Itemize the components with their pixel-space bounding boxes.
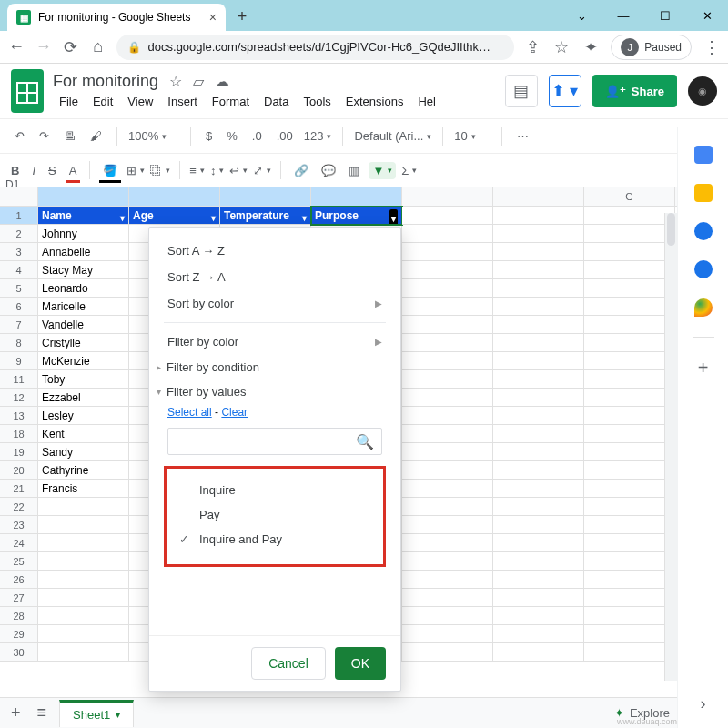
share-button[interactable]: 👤⁺ Share — [592, 75, 677, 107]
comments-button[interactable]: ▤ — [505, 75, 538, 107]
contacts-icon[interactable] — [694, 260, 713, 278]
move-icon[interactable]: ▱ — [193, 73, 204, 90]
menu-data[interactable]: Data — [258, 93, 295, 110]
sort-za-item[interactable]: Sort Z → A — [149, 264, 400, 290]
col-header[interactable] — [129, 187, 220, 206]
col-header[interactable] — [220, 187, 311, 206]
print-button[interactable]: 🖶 — [60, 126, 79, 147]
increase-decimal-button[interactable]: .00 — [273, 126, 297, 147]
col-header[interactable] — [38, 187, 129, 206]
more-formats-button[interactable]: 123 — [304, 129, 332, 143]
sheet-tab[interactable]: Sheet1 ▾ — [59, 700, 134, 727]
share-url-icon[interactable]: ⇪ — [523, 38, 541, 56]
add-sheet-button[interactable]: + — [7, 703, 25, 723]
paint-format-button[interactable]: 🖌 — [86, 126, 106, 147]
text-color-button[interactable]: A — [66, 160, 81, 181]
empty-cell[interactable] — [402, 207, 493, 225]
filter-search-input[interactable] — [176, 435, 356, 449]
reload-button[interactable]: ⟳ — [62, 38, 80, 56]
link-button[interactable]: 🔗 — [290, 160, 312, 181]
star-outline-icon[interactable]: ☆ — [169, 73, 182, 90]
decrease-decimal-button[interactable]: .0 — [248, 126, 266, 147]
url-field[interactable]: 🔒 docs.google.com/spreadsheets/d/1CgjPIV… — [116, 35, 515, 60]
all-sheets-button[interactable]: ≡ — [34, 703, 51, 723]
scrollbar-thumb[interactable] — [667, 213, 675, 246]
tasks-icon[interactable] — [694, 222, 713, 240]
cloud-icon[interactable]: ☁ — [215, 73, 229, 90]
zoom-select[interactable]: 100% — [128, 129, 179, 143]
more-toolbar-button[interactable]: ⋯ — [513, 126, 532, 147]
wrap-button[interactable]: ↩ — [229, 164, 248, 177]
doc-title[interactable]: For monitoring — [53, 72, 158, 91]
empty-cell[interactable] — [584, 207, 675, 225]
present-button[interactable]: ⬆ ▾ — [549, 75, 581, 107]
col-header[interactable] — [493, 187, 584, 206]
profile-paused[interactable]: J Paused — [611, 35, 692, 60]
browser-tab[interactable]: ▦ For monitoring - Google Sheets × — [7, 4, 226, 31]
valign-button[interactable]: ↕ — [210, 164, 225, 177]
calendar-icon[interactable] — [694, 146, 713, 164]
account-avatar[interactable]: ◉ — [688, 76, 717, 106]
filter-icon[interactable]: ▾ — [211, 209, 216, 225]
filter-by-values-item[interactable]: ▾Filter by values — [149, 379, 400, 404]
back-button[interactable]: ← — [7, 38, 25, 56]
empty-cell[interactable] — [493, 207, 584, 225]
new-tab-button[interactable]: + — [229, 4, 255, 29]
kebab-menu-icon[interactable]: ⋮ — [703, 38, 721, 56]
keep-icon[interactable] — [694, 184, 713, 202]
header-cell[interactable]: Name▾ — [38, 207, 129, 225]
strike-button[interactable]: S — [45, 160, 60, 181]
vertical-scrollbar[interactable] — [664, 213, 677, 681]
chevron-down-icon[interactable]: ⌄ — [561, 0, 602, 31]
functions-button[interactable]: Σ — [401, 164, 417, 177]
italic-button[interactable]: I — [28, 160, 39, 181]
maximize-button[interactable]: ☐ — [644, 0, 686, 31]
minimize-button[interactable]: — — [602, 0, 644, 31]
font-size-select[interactable]: 10 — [454, 129, 490, 143]
menu-extensions[interactable]: Extensions — [339, 93, 410, 110]
redo-button[interactable]: ↷ — [35, 126, 53, 147]
percent-button[interactable]: % — [223, 126, 241, 147]
menu-edit[interactable]: Edit — [86, 93, 119, 110]
ok-button[interactable]: OK — [335, 647, 386, 680]
filter-by-condition-item[interactable]: ▸Filter by condition — [149, 355, 400, 379]
filter-by-color-item[interactable]: Filter by color▶ — [149, 329, 400, 355]
cancel-button[interactable]: Cancel — [251, 647, 326, 680]
maps-icon[interactable] — [694, 298, 713, 317]
menu-help[interactable]: Hel — [411, 93, 442, 110]
select-all-corner[interactable] — [0, 187, 38, 206]
chart-button[interactable]: ▥ — [345, 160, 363, 181]
header-cell[interactable]: Age▾ — [129, 207, 220, 225]
col-header[interactable] — [402, 187, 493, 206]
header-cell[interactable]: Temperature▾ — [220, 207, 311, 225]
header-cell[interactable]: Purpose▾ — [311, 207, 402, 225]
rotate-button[interactable]: ⤢ — [253, 164, 271, 177]
menu-view[interactable]: View — [121, 93, 159, 110]
close-window-button[interactable]: ✕ — [686, 0, 728, 31]
borders-button[interactable]: ⊞ — [126, 164, 145, 177]
menu-insert[interactable]: Insert — [161, 93, 204, 110]
home-button[interactable]: ⌂ — [89, 38, 107, 56]
sort-by-color-item[interactable]: Sort by color▶ — [149, 290, 400, 317]
filter-button[interactable]: ▼ — [369, 162, 396, 179]
col-header[interactable]: G — [584, 187, 675, 206]
star-icon[interactable]: ☆ — [552, 38, 571, 56]
fill-color-button[interactable]: 🪣 — [99, 160, 121, 181]
col-header[interactable] — [311, 187, 402, 206]
add-addon-button[interactable]: + — [698, 358, 709, 379]
filter-value-option[interactable]: Inquire — [172, 478, 378, 502]
menu-format[interactable]: Format — [206, 93, 256, 110]
currency-button[interactable]: $ — [202, 126, 216, 147]
filter-icon[interactable]: ▾ — [389, 209, 398, 225]
chevron-down-icon[interactable]: ▾ — [116, 710, 120, 720]
select-all-link[interactable]: Select all — [167, 406, 212, 419]
filter-value-option[interactable]: Pay — [172, 502, 378, 527]
close-icon[interactable]: × — [209, 10, 217, 25]
clear-link[interactable]: Clear — [221, 406, 248, 419]
halign-button[interactable]: ≡ — [189, 164, 205, 177]
sheets-logo[interactable] — [11, 69, 44, 113]
filter-search[interactable]: 🔍 — [167, 428, 382, 455]
filter-icon[interactable]: ▾ — [120, 209, 125, 225]
menu-tools[interactable]: Tools — [297, 93, 337, 110]
hide-sidepanel-button[interactable]: › — [701, 694, 706, 713]
